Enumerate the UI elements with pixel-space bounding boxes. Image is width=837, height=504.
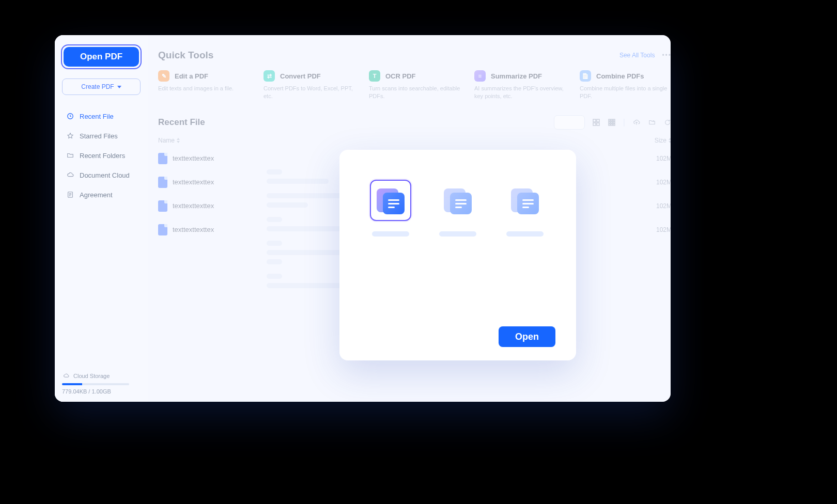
sidebar-nav: Recent File Starred Files Recent Folders… xyxy=(62,107,141,203)
more-icon[interactable]: ••• xyxy=(662,52,671,59)
svg-rect-5 xyxy=(597,123,599,125)
pdf-file-icon xyxy=(158,153,167,164)
file-size: 102M xyxy=(646,226,671,233)
file-size: 102M xyxy=(646,179,671,186)
star-icon xyxy=(66,132,74,140)
file-name: texttexttexttex xyxy=(173,226,219,233)
sort-down-icon xyxy=(669,141,671,143)
tool-combine-pdfs[interactable]: 📄 Combine PDFs Combine multiple files in… xyxy=(580,70,671,101)
sidebar-item-label: Document Cloud xyxy=(80,171,130,179)
list-view-icon[interactable] xyxy=(592,118,600,127)
thumbnail-label-placeholder xyxy=(506,231,544,237)
sidebar-item-document-cloud[interactable]: Document Cloud xyxy=(62,166,141,184)
open-file-modal: Open xyxy=(339,150,576,360)
document-icon xyxy=(377,186,405,214)
sidebar-item-label: Starred Files xyxy=(80,132,118,140)
see-all-tools-link[interactable]: See All Tools xyxy=(619,52,655,59)
col-name[interactable]: Name xyxy=(158,137,180,144)
tool-title: Edit a PDF xyxy=(175,72,208,80)
refresh-icon[interactable] xyxy=(663,118,671,127)
sidebar-item-label: Recent File xyxy=(80,113,114,120)
document-icon xyxy=(511,186,539,214)
chevron-down-icon xyxy=(117,86,121,88)
tool-title: OCR PDF xyxy=(385,72,416,80)
file-thumbnail[interactable] xyxy=(501,180,549,237)
storage-text: 779.04KB / 1.00GB xyxy=(62,388,141,395)
sidebar-item-label: Agreement xyxy=(80,191,113,199)
cloud-storage-status: Cloud Storage 779.04KB / 1.00GB xyxy=(62,372,141,395)
tool-ocr-pdf[interactable]: T OCR PDF Turn scans into searchable, ed… xyxy=(369,70,461,101)
sidebar-item-recent-folders[interactable]: Recent Folders xyxy=(62,147,141,164)
svg-rect-3 xyxy=(597,119,599,122)
folder-icon xyxy=(66,151,74,160)
recent-toolbar: | xyxy=(554,115,671,130)
ocr-icon: T xyxy=(369,70,380,82)
svg-rect-4 xyxy=(593,123,596,125)
open-folder-icon[interactable] xyxy=(648,118,656,127)
file-name: texttexttexttex xyxy=(173,202,219,210)
storage-bar xyxy=(62,383,129,385)
sort-down-icon xyxy=(177,141,180,143)
svg-rect-2 xyxy=(593,119,596,122)
sort-up-icon xyxy=(669,138,671,140)
svg-rect-10 xyxy=(611,121,612,123)
search-input[interactable] xyxy=(554,115,585,130)
file-name: texttexttexttex xyxy=(173,154,219,162)
sort-up-icon xyxy=(177,138,180,140)
document-icon xyxy=(66,191,74,199)
edit-icon: ✎ xyxy=(158,70,169,82)
open-pdf-highlight: Open PDF xyxy=(61,44,142,69)
pdf-file-icon xyxy=(158,177,167,188)
create-pdf-label: Create PDF xyxy=(81,83,114,90)
table-header: Name Size xyxy=(158,135,671,148)
pdf-file-icon xyxy=(158,224,167,235)
sidebar-item-recent-file[interactable]: Recent File xyxy=(62,107,141,125)
tool-desc: AI summarizes the PDF's overview, key po… xyxy=(474,85,566,101)
sidebar-item-agreement[interactable]: Agreement xyxy=(62,186,141,203)
convert-icon: ⇄ xyxy=(264,70,275,82)
tool-title: Convert PDF xyxy=(280,72,321,80)
tool-summarize-pdf[interactable]: ≡ Summarize PDF AI summarizes the PDF's … xyxy=(474,70,566,101)
thumbnail-label-placeholder xyxy=(372,231,409,237)
tool-title: Summarize PDF xyxy=(491,72,542,80)
thumbnail-label-placeholder xyxy=(439,231,476,237)
svg-rect-6 xyxy=(609,119,610,121)
svg-rect-14 xyxy=(613,124,615,125)
file-thumbnail-selected[interactable] xyxy=(367,180,414,237)
svg-rect-7 xyxy=(611,119,612,121)
grid-view-icon[interactable] xyxy=(608,118,616,127)
document-icon xyxy=(444,186,472,214)
create-pdf-button[interactable]: Create PDF xyxy=(62,78,141,95)
file-size: 102M xyxy=(646,155,671,162)
file-name: texttexttexttex xyxy=(173,178,219,186)
summarize-icon: ≡ xyxy=(474,70,486,82)
file-thumbnail-row xyxy=(360,180,555,237)
cloud-icon xyxy=(62,372,70,380)
tool-desc: Turn scans into searchable, editable PDF… xyxy=(369,85,461,101)
quick-tools-row: ✎ Edit a PDF Edit texts and images in a … xyxy=(158,70,671,101)
col-size-label: Size xyxy=(655,137,667,144)
file-size: 102M xyxy=(646,202,671,210)
col-name-label: Name xyxy=(158,137,175,144)
app-window: Open PDF Create PDF Recent File Starred … xyxy=(55,35,671,402)
clock-icon xyxy=(66,112,74,120)
svg-rect-11 xyxy=(613,121,615,123)
tool-edit-pdf[interactable]: ✎ Edit a PDF Edit texts and images in a … xyxy=(158,70,250,101)
cloud-icon xyxy=(66,171,74,179)
combine-icon: 📄 xyxy=(580,70,591,82)
sidebar: Open PDF Create PDF Recent File Starred … xyxy=(55,35,148,402)
cloud-upload-icon[interactable] xyxy=(632,118,641,127)
recent-file-heading: Recent File xyxy=(158,117,205,128)
sidebar-item-starred-files[interactable]: Starred Files xyxy=(62,127,141,145)
tool-desc: Edit texts and images in a file. xyxy=(158,85,250,92)
tool-convert-pdf[interactable]: ⇄ Convert PDF Convert PDFs to Word, Exce… xyxy=(264,70,355,101)
skeleton-placeholder xyxy=(267,169,349,288)
open-pdf-button[interactable]: Open PDF xyxy=(64,47,139,67)
open-button[interactable]: Open xyxy=(499,326,555,347)
cloud-storage-label: Cloud Storage xyxy=(73,373,110,379)
file-thumbnail[interactable] xyxy=(434,180,482,237)
pdf-file-icon xyxy=(158,200,167,212)
svg-rect-12 xyxy=(609,124,610,125)
col-size[interactable]: Size xyxy=(655,137,671,144)
svg-rect-9 xyxy=(609,121,610,123)
